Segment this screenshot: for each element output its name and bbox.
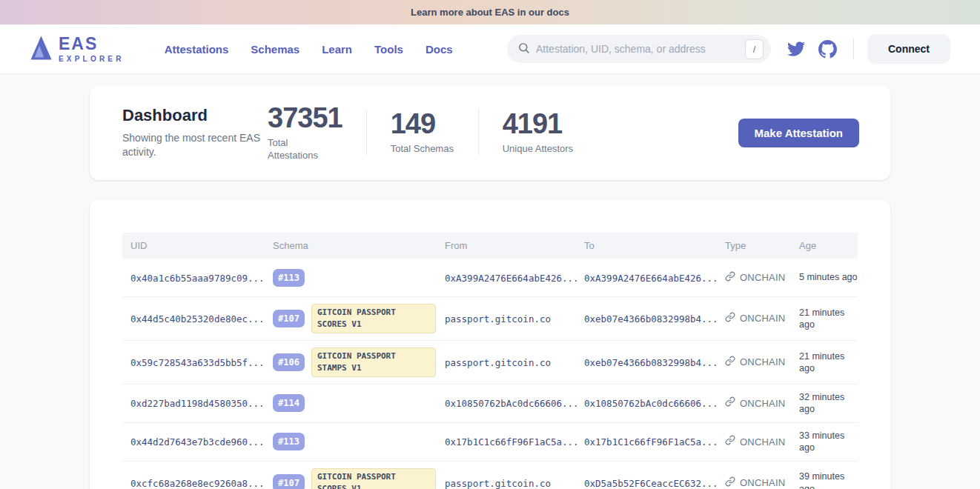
header-divider: [853, 39, 854, 59]
logo-title: EAS: [59, 36, 125, 53]
to-link[interactable]: 0xeb07e4366b0832998b4...: [584, 313, 718, 325]
search-bar[interactable]: /: [507, 35, 771, 63]
uid-link[interactable]: 0xcfc68a268e8ec9260a8...: [130, 478, 265, 489]
stat-block: 149Total Schemas: [391, 110, 454, 156]
eas-logo[interactable]: EAS EXPLORER: [30, 35, 125, 64]
stat-label: Total Attestations: [268, 137, 331, 162]
search-icon: [517, 41, 530, 57]
to-link[interactable]: 0xD5a5b52F6CeaccEC632...: [584, 478, 718, 489]
schema-name-tag[interactable]: GITCOIN PASSPORT SCORES V1: [311, 304, 436, 333]
age-cell: 39 minutes ago: [791, 470, 858, 489]
link-icon: [725, 435, 735, 448]
type-label: ONCHAIN: [740, 313, 785, 324]
table-row: 0x44d2d7643e7b3cde960... #113 0x17b1C1c6…: [122, 423, 858, 462]
table-row: 0xd227bad1198d4580350... #114 0x10850762…: [122, 385, 858, 423]
github-icon[interactable]: [818, 40, 837, 59]
table-row: 0x40a1c6b55aaa9789c09... #113 0xA399A247…: [122, 259, 858, 297]
age-cell: 32 minutes ago: [791, 391, 858, 416]
stat-value: 4191: [503, 110, 573, 138]
nav-docs[interactable]: Docs: [426, 43, 453, 56]
column-header-schema: Schema: [265, 240, 437, 251]
attestations-table-card: UIDSchemaFromToTypeAge 0x40a1c6b55aaa978…: [90, 200, 890, 489]
schema-badge[interactable]: #106: [273, 353, 305, 371]
twitter-icon[interactable]: [787, 40, 805, 58]
from-link[interactable]: 0xA399A2476E664abE426...: [445, 273, 579, 284]
stat-label: Total Schemas: [391, 143, 454, 156]
stat-block: 4191Unique Attestors: [503, 110, 573, 156]
slash-shortcut-key: /: [745, 39, 764, 59]
link-icon: [725, 312, 735, 325]
stat-divider: [366, 110, 367, 156]
table-row: 0x59c728543a633d5bb5f... #106 GITCOIN PA…: [122, 341, 858, 385]
nav-learn[interactable]: Learn: [322, 43, 352, 56]
announcement-banner: Learn more about EAS in our docs: [0, 0, 980, 24]
link-icon: [725, 476, 735, 489]
from-link[interactable]: passport.gitcoin.co: [445, 313, 551, 325]
table-row: 0xcfc68a268e8ec9260a8... #107 GITCOIN PA…: [122, 462, 858, 489]
eas-triangle-icon: [30, 35, 53, 64]
header: EAS EXPLORER AttestationsSchemasLearnToo…: [0, 24, 980, 74]
stat-label: Unique Attestors: [503, 143, 573, 156]
connect-wallet-button[interactable]: Connect: [867, 34, 950, 64]
main-nav: AttestationsSchemasLearnToolsDocs: [165, 43, 453, 56]
type-label: ONCHAIN: [740, 436, 785, 448]
column-header-to: To: [576, 240, 717, 251]
schema-badge[interactable]: #107: [273, 310, 305, 327]
link-icon: [725, 356, 735, 369]
schema-name-tag[interactable]: GITCOIN PASSPORT STAMPS V1: [311, 347, 436, 377]
from-link[interactable]: passport.gitcoin.co: [445, 357, 551, 368]
age-cell: 21 minutes ago: [791, 350, 858, 375]
page-subtitle: Showing the most recent EAS activity.: [122, 131, 268, 159]
nav-tools[interactable]: Tools: [374, 43, 403, 56]
type-label: ONCHAIN: [740, 477, 785, 488]
column-header-type: Type: [717, 240, 791, 251]
search-input[interactable]: [536, 43, 745, 55]
from-link[interactable]: 0x10850762bAc0dc66606...: [445, 398, 579, 409]
attestations-table: UIDSchemaFromToTypeAge 0x40a1c6b55aaa978…: [122, 233, 858, 489]
banner-docs-link[interactable]: Learn more about EAS in our docs: [411, 7, 569, 18]
schema-badge[interactable]: #113: [273, 433, 305, 450]
uid-link[interactable]: 0x59c728543a633d5bb5f...: [130, 357, 265, 368]
schema-badge[interactable]: #114: [273, 394, 305, 412]
logo-text: EAS EXPLORER: [59, 36, 125, 63]
nav-schemas[interactable]: Schemas: [251, 43, 299, 56]
stat-divider: [478, 110, 479, 156]
from-link[interactable]: 0x17b1C1c66fF96F1aC5a...: [445, 436, 579, 448]
link-icon: [725, 396, 735, 410]
from-link[interactable]: passport.gitcoin.co: [445, 478, 551, 489]
schema-badge[interactable]: #107: [273, 474, 305, 489]
stat-value: 149: [391, 110, 454, 138]
link-icon: [725, 271, 735, 285]
nav-attestations[interactable]: Attestations: [165, 43, 229, 56]
table-row: 0x44d5c40b25320de80ec... #107 GITCOIN PA…: [122, 297, 858, 341]
uid-link[interactable]: 0xd227bad1198d4580350...: [130, 398, 265, 409]
type-label: ONCHAIN: [740, 272, 785, 283]
schema-badge[interactable]: #113: [273, 269, 305, 287]
column-header-age: Age: [791, 240, 858, 251]
age-cell: 5 minutes ago: [791, 271, 858, 283]
logo-subtitle: EXPLORER: [59, 56, 125, 63]
age-cell: 21 minutes ago: [791, 307, 858, 331]
to-link[interactable]: 0x10850762bAc0dc66606...: [584, 398, 718, 409]
schema-name-tag[interactable]: GITCOIN PASSPORT SCORES V1: [311, 468, 436, 489]
dashboard-card: Dashboard Showing the most recent EAS ac…: [90, 85, 890, 180]
to-link[interactable]: 0x17b1C1c66fF96F1aC5a...: [584, 436, 718, 448]
to-link[interactable]: 0xA399A2476E664abE426...: [584, 273, 718, 284]
stats-row: 37351Total Attestations149Total Schemas4…: [268, 104, 573, 162]
social-links: [787, 40, 837, 59]
uid-link[interactable]: 0x40a1c6b55aaa9789c09...: [130, 273, 265, 284]
age-cell: 33 minutes ago: [791, 430, 858, 454]
type-label: ONCHAIN: [740, 398, 785, 409]
stat-value: 37351: [268, 104, 342, 132]
type-label: ONCHAIN: [740, 356, 785, 367]
table-header-row: UIDSchemaFromToTypeAge: [122, 233, 858, 259]
make-attestation-button[interactable]: Make Attestation: [738, 119, 859, 147]
stat-block: 37351Total Attestations: [268, 104, 342, 162]
column-header-from: From: [437, 240, 576, 251]
page-title: Dashboard: [122, 106, 268, 125]
table-body: 0x40a1c6b55aaa9789c09... #113 0xA399A247…: [122, 259, 858, 489]
to-link[interactable]: 0xeb07e4366b0832998b4...: [584, 357, 718, 368]
uid-link[interactable]: 0x44d2d7643e7b3cde960...: [130, 436, 265, 448]
uid-link[interactable]: 0x44d5c40b25320de80ec...: [130, 313, 265, 325]
column-header-uid: UID: [122, 240, 265, 251]
